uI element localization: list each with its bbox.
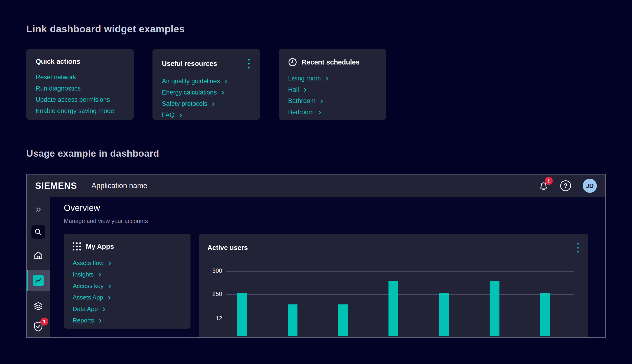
sidebar-item-search[interactable] <box>32 225 45 239</box>
sidebar-item-home[interactable] <box>33 250 44 261</box>
help-button[interactable]: ? <box>560 180 571 191</box>
chart-gridline <box>226 319 574 319</box>
search-icon <box>34 228 42 236</box>
chevron-right-icon <box>220 91 224 94</box>
chart-bar <box>237 293 247 336</box>
usage-example-title: Usage example in dashboard <box>26 148 159 159</box>
chevron-right-icon <box>102 307 105 311</box>
main-content: Overview Manage and view your accounts M… <box>50 197 605 337</box>
kebab-menu-icon[interactable] <box>576 242 580 254</box>
chevron-right-icon <box>107 296 111 300</box>
home-icon <box>33 250 44 261</box>
security-badge: 1 <box>40 318 48 326</box>
page-title: Link dashboard widget examples <box>26 24 185 35</box>
chevron-right-icon <box>318 110 321 114</box>
question-mark-icon: ? <box>560 180 571 191</box>
link-hall[interactable]: Hall <box>288 86 377 93</box>
chevron-right-icon <box>211 102 215 106</box>
chevron-right-icon <box>178 113 182 117</box>
link-safety-protocols[interactable]: Safety protocols <box>162 100 250 107</box>
chevron-right-icon <box>97 273 101 276</box>
application-name: Application name <box>92 182 147 190</box>
chart-gridline <box>226 271 574 272</box>
link-enable-energy-saving[interactable]: Enable energy saving mode <box>36 108 124 114</box>
siemens-logo: SIEMENS <box>35 181 77 191</box>
chevron-right-icon <box>107 284 111 288</box>
kebab-menu-icon[interactable] <box>247 58 250 70</box>
chevron-right-icon <box>303 88 306 92</box>
layers-icon <box>33 301 44 312</box>
overview-subtitle: Manage and view your accounts <box>64 218 605 224</box>
app-header: SIEMENS Application name 1 ? JD <box>27 174 605 197</box>
link-energy-calculations[interactable]: Energy calculations <box>162 89 250 96</box>
my-apps-card: My Apps Assets flow Insights Access key … <box>64 234 190 328</box>
link-access-key[interactable]: Access key <box>73 282 182 289</box>
link-assets-flow[interactable]: Assets flow <box>73 260 182 266</box>
chart-bar <box>338 304 348 336</box>
sidebar-item-layers[interactable] <box>33 301 44 312</box>
active-users-title: Active users <box>208 244 248 252</box>
recent-schedules-title: Recent schedules <box>302 58 360 66</box>
y-axis-tick-label: 250 <box>212 290 222 298</box>
y-axis-line <box>226 271 226 336</box>
useful-resources-title: Useful resources <box>162 60 217 68</box>
chart-bar <box>288 304 298 336</box>
chart-gridline <box>226 294 574 295</box>
link-bedroom[interactable]: Bedroom <box>288 109 377 116</box>
chevron-right-icon <box>224 80 227 83</box>
quick-actions-title: Quick actions <box>36 58 80 66</box>
link-air-quality-guidelines[interactable]: Air quality guidelines <box>162 78 250 84</box>
useful-resources-card: Useful resources Air quality guidelines … <box>152 49 260 120</box>
link-reset-network[interactable]: Reset network <box>36 74 124 80</box>
chevron-right-icon <box>324 77 328 80</box>
link-assets-app[interactable]: Assets App <box>73 294 182 301</box>
dashboard-example-frame: SIEMENS Application name 1 ? JD » <box>26 174 606 338</box>
link-run-diagnostics[interactable]: Run diagnostics <box>36 85 124 92</box>
active-users-card: Active users 30025012 <box>199 234 588 338</box>
overview-title: Overview <box>64 203 605 213</box>
link-insights[interactable]: Insights <box>73 271 182 278</box>
sidebar-item-analytics-active[interactable] <box>27 270 50 291</box>
link-living-room[interactable]: Living room <box>288 75 377 82</box>
chart-bar <box>439 293 449 336</box>
chevron-right-icon <box>319 99 323 103</box>
link-data-app[interactable]: Data App <box>73 306 182 312</box>
sidebar: » <box>27 197 50 337</box>
widget-examples-row: Quick actions Reset network Run diagnost… <box>26 49 386 120</box>
apps-grid-icon <box>73 242 81 251</box>
my-apps-title: My Apps <box>86 243 114 250</box>
notifications-badge: 1 <box>545 177 553 185</box>
link-bathroom[interactable]: Bathroom <box>288 98 377 104</box>
chart-bar <box>540 293 550 336</box>
y-axis-tick-label: 12 <box>216 315 222 322</box>
sidebar-expand-button[interactable]: » <box>36 204 41 214</box>
link-update-access-permissions[interactable]: Update access permisions <box>36 96 124 103</box>
active-users-chart-plot: 30025012 <box>226 271 574 336</box>
notifications-button[interactable]: 1 <box>539 180 548 191</box>
link-reports[interactable]: Reports <box>73 317 182 324</box>
chart-bar <box>388 281 398 336</box>
chart-bar <box>490 281 500 336</box>
chevron-right-icon <box>107 261 111 265</box>
link-faq[interactable]: FAQ <box>162 112 250 118</box>
quick-actions-card: Quick actions Reset network Run diagnost… <box>26 49 134 120</box>
sidebar-item-security[interactable]: 1 <box>33 321 44 332</box>
y-axis-tick-label: 300 <box>212 267 222 274</box>
user-avatar[interactable]: JD <box>583 179 597 193</box>
trend-chart-icon <box>32 275 44 286</box>
chevron-right-icon <box>98 319 102 322</box>
clock-icon <box>288 58 297 66</box>
recent-schedules-card: Recent schedules Living room Hall Bathro… <box>279 49 386 120</box>
